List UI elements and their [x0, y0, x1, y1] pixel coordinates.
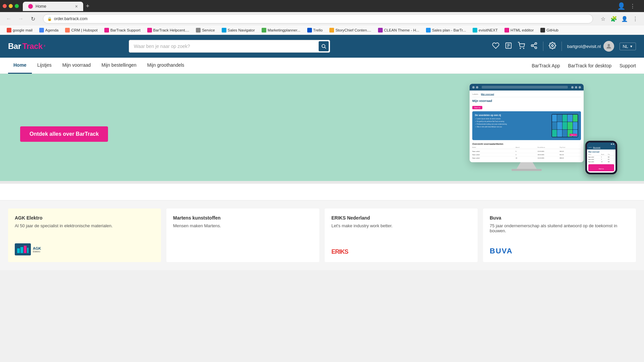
- bookmark-label: Sales plan - BarTr...: [432, 28, 466, 32]
- minimize-window-button[interactable]: [9, 4, 13, 8]
- bookmark-label: BarTrack Helpcent....: [153, 28, 190, 32]
- favorites-button[interactable]: [492, 42, 499, 51]
- nav-left: Home Lijstjes Mijn voorraad Mijn bestell…: [8, 58, 190, 74]
- tab-close-button[interactable]: ×: [75, 4, 78, 9]
- bookmark-sales-plan[interactable]: Sales plan - BarTr...: [423, 27, 469, 33]
- main-navigation: Home Lijstjes Mijn voorraad Mijn bestell…: [0, 58, 644, 74]
- bookmark-trello[interactable]: Trello: [305, 27, 325, 33]
- wholesaler-card-buva: Buva 75 jaar ondernemerschap als sluiten…: [483, 208, 636, 262]
- share-button[interactable]: [530, 42, 538, 51]
- wholesaler-card-eriks: ERIKS Nederland Let's make industry work…: [325, 208, 478, 262]
- bookmark-marketing[interactable]: Marketingplanner...: [259, 27, 303, 33]
- svg-rect-15: [17, 248, 20, 253]
- nav-support[interactable]: Support: [620, 63, 636, 68]
- discover-button[interactable]: Ontdek alles over BarTrack: [20, 126, 108, 142]
- bookmark-sales-navigator[interactable]: Sales Navigator: [219, 27, 258, 33]
- address-bar[interactable]: 🔒 order.bartrack.com: [43, 14, 593, 23]
- svg-rect-18: [27, 248, 29, 253]
- browser-action-buttons: ☆ 🧩 👤 ⋮: [598, 14, 640, 23]
- wholesaler-tagline-buva: 75 jaar ondernemerschap als sluitend ant…: [490, 223, 629, 233]
- svg-point-14: [608, 44, 610, 46]
- hero-content: Ontdek alles over BarTrack: [20, 113, 352, 142]
- bartrack-help-icon: [147, 28, 152, 33]
- back-button[interactable]: ←: [4, 14, 13, 23]
- storychief-icon: [329, 28, 334, 33]
- wholesaler-tagline-martens: Mensen maken Martens.: [173, 223, 313, 228]
- bookmark-label: BarTrack Support: [110, 28, 141, 32]
- user-info: bartgrol@evisit.nl: [567, 41, 614, 52]
- bookmark-storychief[interactable]: StoryChief Conten....: [327, 27, 374, 33]
- extensions-button[interactable]: 🧩: [609, 14, 619, 23]
- bookmark-hubspot[interactable]: CRM | Hubspot: [62, 27, 100, 33]
- service-icon: [196, 28, 201, 33]
- address-text: order.bartrack.com: [54, 16, 88, 21]
- svg-line-11: [533, 46, 535, 47]
- bookmark-label: Sales Navigator: [228, 28, 255, 32]
- trello-icon: [307, 28, 312, 33]
- language-selector[interactable]: NL ▼: [620, 43, 636, 50]
- bookmark-agenda[interactable]: Agenda: [37, 27, 61, 33]
- bookmark-bartrack-support[interactable]: BarTrack Support: [102, 27, 143, 33]
- search-input[interactable]: [129, 40, 330, 53]
- nav-bartrack-desktop[interactable]: BarTrack for desktop: [568, 63, 611, 68]
- bookmark-clean-theme[interactable]: CLEAN Theme - H...: [375, 27, 422, 33]
- nav-lijstjes[interactable]: Lijstjes: [32, 58, 57, 74]
- notes-button[interactable]: [505, 42, 512, 51]
- bookmark-bartrack-help[interactable]: BarTrack Helpcent....: [145, 27, 192, 33]
- hubspot-icon: [65, 28, 70, 33]
- separator: [0, 181, 644, 184]
- wholesaler-tagline-agk: Al 50 jaar de specialist in elektronisch…: [15, 223, 154, 228]
- tab-favicon: [28, 4, 33, 9]
- user-avatar[interactable]: [603, 41, 614, 52]
- settings-button[interactable]: [549, 42, 556, 51]
- browser-menu-button[interactable]: ⋮: [628, 1, 637, 11]
- header-search-container: [129, 40, 330, 53]
- svg-point-0: [322, 45, 325, 48]
- svg-point-10: [535, 47, 537, 49]
- bookmark-gmail[interactable]: google mail: [4, 27, 35, 33]
- bookmark-label: Agenda: [45, 28, 59, 32]
- tab-label: Home: [36, 4, 46, 9]
- bookmark-label: evisitNEXT: [479, 28, 498, 32]
- bookmark-evisit[interactable]: evisitNEXT: [470, 27, 500, 33]
- marketing-icon: [262, 28, 266, 33]
- lock-icon: 🔒: [47, 17, 52, 21]
- bookmark-html-editor[interactable]: HTML edditor: [502, 27, 536, 33]
- bookmark-star-button[interactable]: ☆: [598, 14, 608, 23]
- cart-button[interactable]: [518, 42, 525, 51]
- browser-controls-bar: ← → ↻ 🔒 order.bartrack.com ☆ 🧩 👤 ⋮: [0, 12, 644, 25]
- bartrack-logo[interactable]: BarTrack²: [8, 42, 45, 51]
- bookmark-label: Marketingplanner...: [268, 28, 301, 32]
- nav-voorraad[interactable]: Mijn voorraad: [57, 58, 96, 74]
- browser-window-controls: [3, 4, 19, 8]
- bookmark-service[interactable]: Service: [193, 27, 217, 33]
- refresh-button[interactable]: ↻: [28, 14, 38, 23]
- wholesaler-name-eriks: ERIKS Nederland: [331, 215, 471, 221]
- nav-groothandels[interactable]: Mijn groothandels: [142, 58, 190, 74]
- user-profile-button[interactable]: 👤: [616, 1, 626, 11]
- browser-tab-home[interactable]: Home ×: [23, 2, 83, 11]
- profile-button[interactable]: 👤: [620, 14, 629, 23]
- wholesaler-logo-eriks: ERIKS: [331, 234, 471, 255]
- nav-bartrack-app[interactable]: BarTrack App: [532, 63, 560, 68]
- svg-point-13: [551, 45, 553, 47]
- wholesaler-name-martens: Martens kunststoffen: [173, 215, 313, 221]
- agenda-icon: [39, 28, 44, 33]
- close-window-button[interactable]: [3, 4, 7, 8]
- forward-button[interactable]: →: [16, 14, 25, 23]
- nav-home[interactable]: Home: [8, 58, 32, 74]
- svg-point-6: [520, 48, 521, 49]
- bookmark-label: StoryChief Conten....: [335, 28, 371, 32]
- wholesaler-tagline-eriks: Let's make industry work better.: [331, 223, 471, 228]
- bookmark-github[interactable]: GitHub: [538, 27, 561, 33]
- nav-right: BarTrack App BarTrack for desktop Suppor…: [532, 63, 636, 68]
- maximize-window-button[interactable]: [15, 4, 19, 8]
- bookmark-label: Trello: [313, 28, 323, 32]
- search-button[interactable]: [319, 41, 329, 51]
- browser-overflow-button[interactable]: ⋮: [631, 14, 640, 23]
- github-icon: [540, 28, 545, 33]
- new-tab-button[interactable]: +: [83, 1, 92, 11]
- svg-line-12: [533, 44, 535, 45]
- nav-bestellingen[interactable]: Mijn bestellingen: [96, 58, 142, 74]
- svg-rect-16: [20, 247, 23, 253]
